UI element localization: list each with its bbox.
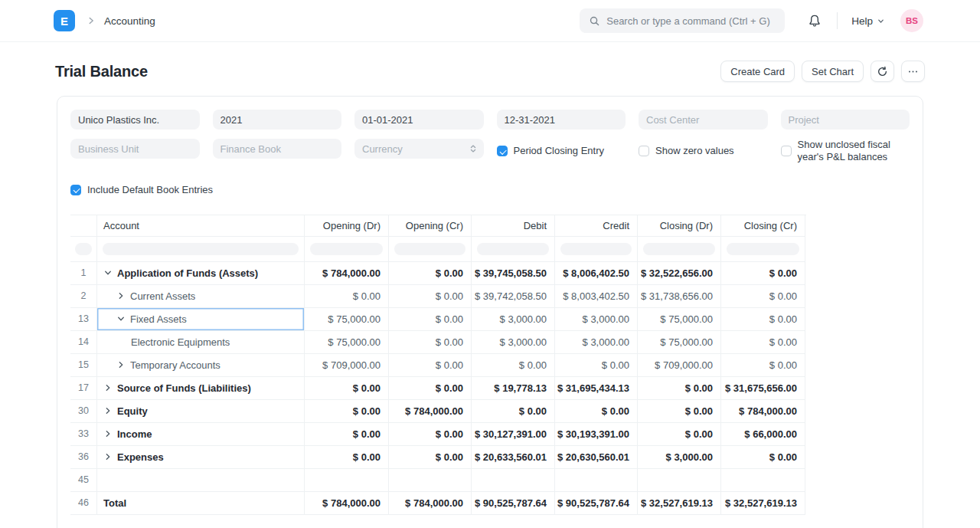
- column-header-account[interactable]: Account: [97, 215, 305, 237]
- chevron-right-icon[interactable]: [103, 383, 113, 392]
- column-header-closing-dr[interactable]: Closing (Dr): [638, 215, 721, 237]
- value-cell[interactable]: $ 75,000.00: [305, 308, 389, 331]
- account-cell[interactable]: Equity: [97, 400, 305, 423]
- value-cell[interactable]: $ 66,000.00: [721, 423, 805, 446]
- account-cell[interactable]: Current Assets: [97, 285, 305, 308]
- refresh-button[interactable]: [871, 61, 894, 82]
- column-header-debit[interactable]: Debit: [472, 215, 555, 237]
- value-cell[interactable]: $ 90,525,787.64: [472, 492, 555, 515]
- value-cell[interactable]: $ 75,000.00: [305, 331, 389, 354]
- value-cell[interactable]: $ 0.00: [389, 262, 472, 285]
- account-cell[interactable]: Application of Funds (Assets): [97, 262, 305, 285]
- period-closing-entry-checkbox[interactable]: Period Closing Entry: [497, 145, 626, 157]
- value-cell[interactable]: [305, 469, 389, 492]
- value-cell[interactable]: $ 0.00: [555, 354, 638, 377]
- breadcrumb[interactable]: Accounting: [104, 15, 155, 27]
- column-header-opening-dr[interactable]: Opening (Dr): [305, 215, 389, 237]
- value-cell[interactable]: $ 75,000.00: [638, 331, 721, 354]
- business-unit-filter-input[interactable]: [70, 139, 200, 159]
- value-cell[interactable]: $ 32,527,619.13: [721, 492, 805, 515]
- show-unclosed-pl-checkbox[interactable]: Show unclosed fiscal year's P&L balances: [781, 139, 910, 164]
- account-cell[interactable]: Fixed Assets: [97, 308, 305, 331]
- column-header-credit[interactable]: Credit: [555, 215, 638, 237]
- value-cell[interactable]: $ 709,000.00: [305, 354, 389, 377]
- value-cell[interactable]: $ 3,000.00: [555, 308, 638, 331]
- value-cell[interactable]: $ 0.00: [721, 308, 805, 331]
- account-cell[interactable]: Expenses: [97, 446, 305, 469]
- show-zero-values-checkbox[interactable]: Show zero values: [639, 145, 768, 157]
- chevron-right-icon[interactable]: [103, 452, 113, 461]
- value-cell[interactable]: $ 784,000.00: [305, 262, 389, 285]
- app-logo-icon[interactable]: E: [54, 10, 75, 31]
- value-cell[interactable]: [389, 469, 472, 492]
- value-cell[interactable]: $ 8,003,402.50: [555, 285, 638, 308]
- value-cell[interactable]: [472, 469, 555, 492]
- value-cell[interactable]: $ 20,630,560.01: [555, 446, 638, 469]
- value-cell[interactable]: $ 0.00: [472, 354, 555, 377]
- more-options-button[interactable]: [901, 61, 925, 82]
- chevron-right-icon[interactable]: [103, 429, 113, 438]
- column-filter-input-closing-cr[interactable]: [727, 243, 799, 255]
- value-cell[interactable]: [721, 469, 805, 492]
- value-cell[interactable]: $ 0.00: [305, 285, 389, 308]
- value-cell[interactable]: $ 0.00: [721, 262, 805, 285]
- account-cell[interactable]: Electronic Equipments: [97, 331, 305, 354]
- row-index-filter-input[interactable]: [75, 243, 92, 255]
- value-cell[interactable]: $ 3,000.00: [555, 331, 638, 354]
- currency-select[interactable]: Currency: [354, 139, 484, 159]
- value-cell[interactable]: $ 32,527,619.13: [638, 492, 721, 515]
- value-cell[interactable]: $ 0.00: [555, 400, 638, 423]
- project-filter-input[interactable]: [781, 110, 910, 130]
- value-cell[interactable]: [638, 469, 721, 492]
- set-chart-button[interactable]: Set Chart: [802, 61, 864, 82]
- value-cell[interactable]: $ 0.00: [305, 446, 389, 469]
- value-cell[interactable]: $ 32,522,656.00: [638, 262, 721, 285]
- value-cell[interactable]: $ 30,127,391.00: [472, 423, 555, 446]
- value-cell[interactable]: [555, 469, 638, 492]
- value-cell[interactable]: $ 784,000.00: [389, 400, 472, 423]
- value-cell[interactable]: $ 0.00: [389, 285, 472, 308]
- value-cell[interactable]: $ 3,000.00: [472, 331, 555, 354]
- value-cell[interactable]: $ 20,633,560.01: [472, 446, 555, 469]
- value-cell[interactable]: $ 0.00: [389, 446, 472, 469]
- help-menu[interactable]: Help: [851, 15, 885, 27]
- value-cell[interactable]: $ 0.00: [305, 377, 389, 400]
- finance-book-filter-input[interactable]: [213, 139, 342, 159]
- value-cell[interactable]: $ 0.00: [472, 400, 555, 423]
- chevron-right-icon[interactable]: [116, 291, 126, 300]
- value-cell[interactable]: $ 0.00: [638, 400, 721, 423]
- value-cell[interactable]: $ 0.00: [389, 331, 472, 354]
- column-filter-input-opening-dr[interactable]: [310, 243, 383, 255]
- value-cell[interactable]: $ 30,193,391.00: [555, 423, 638, 446]
- create-card-button[interactable]: Create Card: [720, 61, 795, 82]
- value-cell[interactable]: $ 0.00: [389, 308, 472, 331]
- value-cell[interactable]: $ 0.00: [389, 423, 472, 446]
- to-date-filter-input[interactable]: [497, 110, 626, 130]
- account-cell[interactable]: [97, 469, 305, 492]
- value-cell[interactable]: $ 784,000.00: [389, 492, 472, 515]
- value-cell[interactable]: $ 0.00: [305, 400, 389, 423]
- column-filter-input-account[interactable]: [103, 243, 299, 255]
- column-header-opening-cr[interactable]: Opening (Cr): [389, 215, 472, 237]
- column-filter-input-closing-dr[interactable]: [643, 243, 715, 255]
- value-cell[interactable]: $ 3,000.00: [472, 308, 555, 331]
- value-cell[interactable]: $ 0.00: [638, 377, 721, 400]
- chevron-right-icon[interactable]: [103, 406, 113, 415]
- account-cell[interactable]: Temporary Accounts: [97, 354, 305, 377]
- value-cell[interactable]: $ 31,695,434.13: [555, 377, 638, 400]
- account-cell[interactable]: Income: [97, 423, 305, 446]
- value-cell[interactable]: $ 75,000.00: [638, 308, 721, 331]
- value-cell[interactable]: $ 3,000.00: [638, 446, 721, 469]
- from-date-filter-input[interactable]: [354, 110, 484, 130]
- search-input[interactable]: Search or type a command (Ctrl + G): [580, 8, 785, 33]
- account-cell[interactable]: Source of Funds (Liabilities): [97, 377, 305, 400]
- value-cell[interactable]: $ 31,738,656.00: [638, 285, 721, 308]
- value-cell[interactable]: $ 8,006,402.50: [555, 262, 638, 285]
- fiscal-year-filter-input[interactable]: [213, 110, 342, 130]
- column-filter-input-credit[interactable]: [560, 243, 632, 255]
- value-cell[interactable]: $ 0.00: [721, 354, 805, 377]
- value-cell[interactable]: $ 39,745,058.50: [472, 262, 555, 285]
- value-cell[interactable]: $ 0.00: [305, 423, 389, 446]
- cost-center-filter-input[interactable]: [639, 110, 768, 130]
- user-avatar[interactable]: BS: [900, 9, 923, 32]
